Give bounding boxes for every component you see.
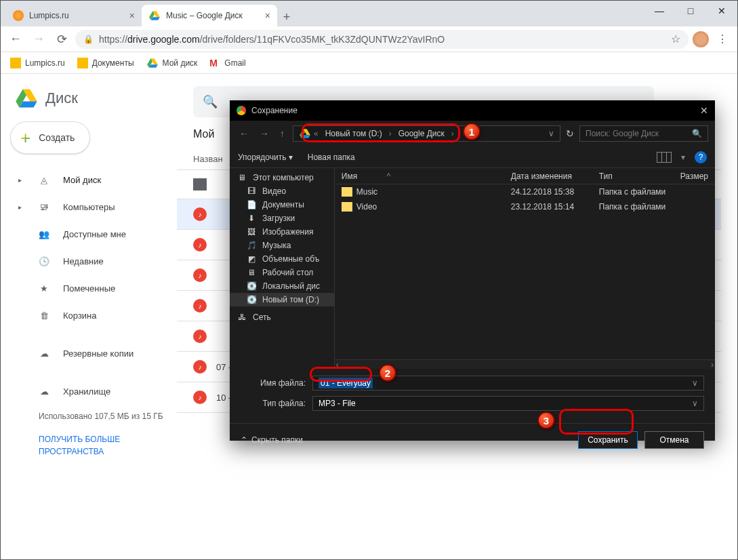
sidebar-item-computers[interactable]: ▸🖳Компьютеры bbox=[10, 193, 177, 220]
bookmark-lumpics[interactable]: Lumpics.ru bbox=[10, 58, 65, 68]
people-icon: 👥 bbox=[37, 229, 51, 239]
tree-desktop[interactable]: 🖥Рабочий стол bbox=[230, 266, 334, 279]
cancel-button[interactable]: Отмена bbox=[644, 431, 704, 449]
folder-icon bbox=[342, 202, 352, 212]
filetype-label: Тип файла: bbox=[241, 399, 306, 408]
drive-icon bbox=[299, 127, 311, 140]
organize-button[interactable]: Упорядочить ▾ bbox=[238, 153, 293, 162]
folder-tree: 🖥Этот компьютер 🎞Видео 📄Документы ⬇Загру… bbox=[230, 168, 335, 369]
profile-avatar[interactable] bbox=[693, 31, 709, 47]
window-minimize[interactable]: — bbox=[644, 1, 675, 21]
drive-logo[interactable]: Диск bbox=[10, 82, 177, 121]
window-close[interactable]: ✕ bbox=[706, 1, 737, 21]
clock-icon: 🕓 bbox=[37, 256, 51, 266]
list-row[interactable]: Video 23.12.2018 15:14 Папка с файлами bbox=[335, 199, 715, 214]
back-button[interactable]: ← bbox=[6, 30, 25, 49]
dialog-toolbar: Упорядочить ▾ Новая папка ▾ ? bbox=[230, 146, 715, 168]
annotation-marker-1: 1 bbox=[463, 123, 480, 140]
audio-icon: ♪ bbox=[193, 391, 207, 404]
dialog-footer: ⌃Скрыть папки Сохранить Отмена bbox=[230, 423, 715, 456]
document-icon: 📄 bbox=[246, 200, 257, 209]
tree-network[interactable]: 🖧Сеть bbox=[230, 311, 334, 324]
tree-newvolume[interactable]: 💽Новый том (D:) bbox=[230, 293, 334, 306]
col-name[interactable]: Имя ^ bbox=[335, 172, 504, 181]
nav-back[interactable]: ← bbox=[237, 128, 251, 139]
forward-button[interactable]: → bbox=[29, 30, 48, 49]
disk-icon: 💽 bbox=[246, 295, 257, 304]
favicon-lumpics bbox=[13, 10, 24, 21]
sidebar-item-trash[interactable]: 🗑Корзина bbox=[10, 302, 177, 329]
sidebar-item-storage[interactable]: ☁Хранилище bbox=[10, 378, 177, 405]
close-icon[interactable]: × bbox=[129, 10, 135, 21]
col-type[interactable]: Тип bbox=[592, 172, 674, 181]
filetype-select[interactable]: MP3 - File∨ bbox=[312, 396, 704, 411]
tree-localdisk[interactable]: 💽Локальный дис bbox=[230, 279, 334, 293]
star-icon: ★ bbox=[37, 283, 51, 294]
cloud-icon: ☁ bbox=[37, 348, 51, 359]
star-icon[interactable]: ☆ bbox=[671, 33, 680, 45]
download-icon: ⬇ bbox=[246, 214, 257, 223]
save-button[interactable]: Сохранить bbox=[578, 431, 638, 449]
browser-menu[interactable]: ⋮ bbox=[713, 33, 732, 45]
refresh-button[interactable]: ↻ bbox=[566, 128, 574, 139]
window-maximize[interactable]: □ bbox=[675, 1, 706, 21]
gmail-icon: M bbox=[209, 58, 220, 68]
close-icon[interactable]: × bbox=[265, 10, 270, 21]
desktop-icon: 🖥 bbox=[246, 268, 257, 277]
search-icon: 🔍 bbox=[692, 129, 702, 138]
filename-label: Имя файла: bbox=[241, 378, 306, 388]
tree-downloads[interactable]: ⬇Загрузки bbox=[230, 212, 334, 225]
search-field[interactable]: Поиск: Google Диск 🔍 bbox=[579, 125, 708, 142]
new-tab-button[interactable]: + bbox=[277, 7, 296, 26]
audio-icon: ♪ bbox=[193, 360, 207, 374]
tree-video[interactable]: 🎞Видео bbox=[230, 184, 334, 198]
disk-icon: 💽 bbox=[246, 281, 257, 291]
nav-up[interactable]: ↑ bbox=[277, 128, 287, 139]
sidebar-item-shared[interactable]: 👥Доступные мне bbox=[10, 220, 177, 247]
col-date[interactable]: Дата изменения bbox=[504, 172, 592, 181]
col-size[interactable]: Размер bbox=[674, 172, 715, 181]
bookmark-gmail[interactable]: MGmail bbox=[209, 58, 245, 68]
sidebar-item-starred[interactable]: ★Помеченные bbox=[10, 275, 177, 302]
view-options[interactable] bbox=[657, 152, 672, 163]
tree-documents[interactable]: 📄Документы bbox=[230, 198, 334, 212]
path-segment[interactable]: Новый том (D:) bbox=[321, 127, 386, 140]
path-segment[interactable]: Google Диск bbox=[394, 127, 449, 140]
dialog-title: Сохранение bbox=[251, 106, 695, 115]
reload-button[interactable]: ⟳ bbox=[52, 30, 71, 49]
help-button[interactable]: ? bbox=[695, 151, 707, 163]
storage-used: Использовано 107,5 МБ из 15 ГБ bbox=[10, 405, 177, 428]
tree-images[interactable]: 🖼Изображения bbox=[230, 225, 334, 239]
storage-upgrade-link[interactable]: ПОЛУЧИТЬ БОЛЬШЕ ПРОСТРАНСТВА bbox=[10, 428, 177, 463]
nav-forward[interactable]: → bbox=[257, 128, 272, 139]
dialog-titlebar: Сохранение ✕ bbox=[230, 100, 715, 121]
hide-folders-toggle[interactable]: ⌃Скрыть папки bbox=[241, 435, 303, 445]
tree-thispc[interactable]: 🖥Этот компьютер bbox=[230, 171, 334, 184]
dialog-fields: Имя файла: 01 - Everyday∨ Тип файла: MP3… bbox=[230, 369, 715, 419]
image-icon: 🖼 bbox=[246, 227, 257, 237]
sidebar-item-recent[interactable]: 🕓Недавние bbox=[10, 247, 177, 275]
tab-lumpics[interactable]: Lumpics.ru × bbox=[6, 5, 142, 26]
sidebar-item-backups[interactable]: ☁Резервные копии bbox=[10, 340, 177, 367]
address-bar: ← → ⟳ 🔒 https://drive.google.com/drive/f… bbox=[1, 26, 737, 52]
bookmark-documents[interactable]: Документы bbox=[77, 58, 134, 68]
tree-music[interactable]: 🎵Музыка bbox=[230, 239, 334, 252]
filename-input[interactable]: 01 - Everyday∨ bbox=[312, 376, 704, 391]
audio-icon: ♪ bbox=[193, 299, 207, 313]
tab-drive[interactable]: Music – Google Диск × bbox=[142, 5, 277, 26]
bookmark-mydrive[interactable]: Мой диск bbox=[146, 57, 198, 69]
create-button[interactable]: + Создать bbox=[10, 121, 90, 154]
list-row[interactable]: Music 24.12.2018 15:38 Папка с файлами bbox=[335, 184, 715, 199]
tree-3dobjects[interactable]: ◩Объемные объ bbox=[230, 252, 334, 266]
lock-icon: 🔒 bbox=[83, 35, 94, 44]
folder-icon bbox=[342, 187, 352, 197]
audio-icon: ♪ bbox=[193, 238, 207, 252]
sidebar-item-mydrive[interactable]: ▸◬Мой диск bbox=[10, 166, 177, 193]
tab-title: Music – Google Диск bbox=[166, 11, 243, 20]
favicon-drive bbox=[148, 9, 161, 22]
dialog-close[interactable]: ✕ bbox=[700, 105, 708, 116]
new-folder-button[interactable]: Новая папка bbox=[308, 153, 355, 162]
path-bar[interactable]: « Новый том (D:) › Google Диск › ∨ bbox=[293, 125, 560, 142]
omnibox[interactable]: 🔒 https://drive.google.com/drive/folders… bbox=[75, 30, 689, 49]
search-icon: 🔍 bbox=[203, 94, 218, 109]
